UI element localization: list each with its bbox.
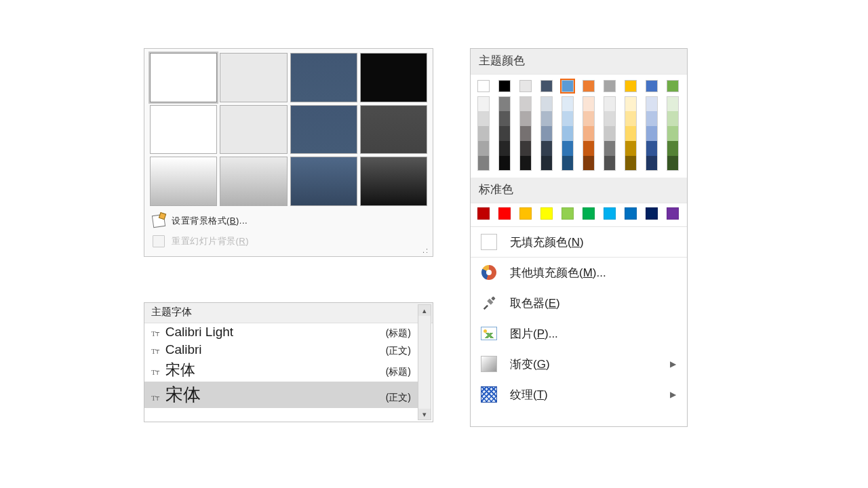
theme-tint-swatch[interactable] bbox=[604, 141, 616, 156]
standard-color-swatch[interactable] bbox=[583, 207, 595, 220]
font-item-calibri[interactable]: TᴛCalibri(正文) bbox=[144, 341, 418, 359]
theme-tint-swatch[interactable] bbox=[583, 111, 595, 126]
theme-tint-swatch[interactable] bbox=[667, 111, 679, 126]
standard-color-swatch[interactable] bbox=[519, 207, 532, 220]
theme-tint-swatch[interactable] bbox=[477, 111, 490, 126]
theme-tint-swatch[interactable] bbox=[540, 126, 553, 141]
bg-thumb-white-grad[interactable] bbox=[150, 157, 217, 206]
theme-tint-swatch[interactable] bbox=[477, 141, 490, 156]
theme-tint-swatch[interactable] bbox=[604, 96, 616, 111]
scroll-down-icon[interactable]: ▾ bbox=[418, 409, 431, 420]
bg-thumb-gray-grad[interactable] bbox=[220, 157, 287, 206]
theme-tint-swatch[interactable] bbox=[540, 96, 553, 111]
theme-tint-swatch[interactable] bbox=[667, 96, 679, 111]
theme-tint-swatch[interactable] bbox=[583, 126, 595, 141]
theme-tint-swatch[interactable] bbox=[583, 96, 595, 111]
standard-color-swatch[interactable] bbox=[604, 207, 616, 220]
theme-tint-swatch[interactable] bbox=[561, 111, 574, 126]
standard-color-swatch[interactable] bbox=[625, 207, 637, 220]
theme-tint-swatch[interactable] bbox=[519, 156, 532, 171]
bg-thumb-white[interactable] bbox=[150, 53, 217, 102]
picture-fill-item[interactable]: 图片(P)... bbox=[471, 319, 687, 349]
scroll-up-icon[interactable]: ▴ bbox=[418, 305, 431, 316]
theme-tint-swatch[interactable] bbox=[583, 156, 595, 171]
theme-tint-swatch[interactable] bbox=[646, 141, 658, 156]
theme-tint-swatch[interactable] bbox=[498, 126, 511, 141]
theme-tint-swatch[interactable] bbox=[519, 111, 532, 126]
theme-tint-swatch[interactable] bbox=[625, 126, 637, 141]
theme-color-swatch[interactable] bbox=[646, 80, 658, 92]
theme-tint-swatch[interactable] bbox=[604, 111, 616, 126]
texture-fill-item[interactable]: 纹理(T) ▶ bbox=[471, 380, 687, 410]
font-item-songti-body[interactable]: Tᴛ宋体(正文) bbox=[144, 382, 418, 408]
truetype-icon: Tᴛ bbox=[151, 329, 159, 338]
theme-color-swatch[interactable] bbox=[498, 80, 511, 92]
theme-color-swatch[interactable] bbox=[561, 80, 574, 92]
theme-tint-swatch[interactable] bbox=[540, 156, 553, 171]
theme-tint-swatch[interactable] bbox=[625, 156, 637, 171]
theme-color-swatch[interactable] bbox=[604, 80, 616, 92]
bg-thumb-black[interactable] bbox=[360, 53, 427, 102]
theme-tint-swatch[interactable] bbox=[561, 156, 574, 171]
eyedropper-item[interactable]: 取色器(E) bbox=[471, 288, 687, 319]
theme-tint-swatch[interactable] bbox=[498, 156, 511, 171]
gradient-fill-item[interactable]: 渐变(G) ▶ bbox=[471, 349, 687, 380]
theme-tint-swatch[interactable] bbox=[625, 111, 637, 126]
theme-tint-swatch[interactable] bbox=[477, 156, 490, 171]
standard-colors-row bbox=[471, 203, 687, 226]
bg-thumb-darkblue[interactable] bbox=[290, 53, 357, 102]
theme-color-swatch[interactable] bbox=[583, 80, 595, 92]
theme-tint-swatch[interactable] bbox=[667, 156, 679, 171]
theme-tint-swatch[interactable] bbox=[583, 141, 595, 156]
theme-tint-swatch[interactable] bbox=[561, 141, 574, 156]
theme-tint-swatch[interactable] bbox=[519, 126, 532, 141]
standard-color-swatch[interactable] bbox=[561, 207, 574, 220]
font-item-songti-title[interactable]: Tᴛ宋体(标题) bbox=[144, 359, 418, 382]
theme-tint-swatch[interactable] bbox=[540, 141, 553, 156]
theme-tint-swatch[interactable] bbox=[519, 141, 532, 156]
theme-tint-swatch[interactable] bbox=[667, 141, 679, 156]
bg-thumb-black-grad[interactable] bbox=[360, 157, 427, 206]
no-fill-item[interactable]: 无填充颜色(N) bbox=[471, 227, 687, 258]
theme-tint-swatch[interactable] bbox=[604, 156, 616, 171]
standard-color-swatch[interactable] bbox=[540, 207, 553, 220]
theme-tint-swatch[interactable] bbox=[604, 126, 616, 141]
more-fill-colors-item[interactable]: 其他填充颜色(M)... bbox=[471, 258, 687, 288]
theme-tint-swatch[interactable] bbox=[646, 126, 658, 141]
theme-color-swatch[interactable] bbox=[667, 80, 679, 92]
theme-tint-swatch[interactable] bbox=[519, 96, 532, 111]
theme-tint-swatch[interactable] bbox=[667, 126, 679, 141]
standard-color-swatch[interactable] bbox=[646, 207, 658, 220]
theme-color-swatch[interactable] bbox=[540, 80, 553, 92]
bg-thumb-lightgray[interactable] bbox=[220, 53, 287, 102]
theme-tint-swatch[interactable] bbox=[498, 111, 511, 126]
standard-color-swatch[interactable] bbox=[477, 207, 490, 220]
bg-thumb-blue-grad[interactable] bbox=[290, 157, 357, 206]
bg-thumb-darkblue-2[interactable] bbox=[290, 105, 357, 155]
theme-color-swatch[interactable] bbox=[477, 80, 490, 92]
theme-color-swatch[interactable] bbox=[519, 80, 532, 92]
format-background-item[interactable]: 设置背景格式(B)... bbox=[144, 211, 433, 231]
theme-tint-swatch[interactable] bbox=[646, 156, 658, 171]
standard-color-swatch[interactable] bbox=[667, 207, 679, 220]
theme-tint-swatch[interactable] bbox=[540, 111, 553, 126]
theme-tint-swatch[interactable] bbox=[477, 96, 490, 111]
theme-tint-swatch[interactable] bbox=[498, 141, 511, 156]
bg-thumb-lightgray-2[interactable] bbox=[220, 105, 287, 155]
bg-thumb-white-2[interactable] bbox=[150, 105, 217, 155]
theme-tint-swatch[interactable] bbox=[498, 96, 511, 111]
theme-tint-swatch[interactable] bbox=[561, 96, 574, 111]
theme-tint-column bbox=[561, 96, 574, 171]
bg-thumb-darkgray[interactable] bbox=[360, 105, 427, 155]
theme-tint-swatch[interactable] bbox=[477, 126, 490, 141]
standard-color-swatch[interactable] bbox=[498, 207, 511, 220]
theme-tint-swatch[interactable] bbox=[561, 126, 574, 141]
scrollbar[interactable]: ▴ ▾ bbox=[418, 304, 431, 420]
font-item-calibri-light[interactable]: TᴛCalibri Light(标题) bbox=[144, 323, 418, 341]
resize-grip-icon[interactable]: .: bbox=[422, 246, 429, 254]
theme-tint-swatch[interactable] bbox=[646, 96, 658, 111]
theme-tint-swatch[interactable] bbox=[625, 141, 637, 156]
theme-tint-swatch[interactable] bbox=[646, 111, 658, 126]
theme-color-swatch[interactable] bbox=[625, 80, 637, 92]
theme-tint-swatch[interactable] bbox=[625, 96, 637, 111]
